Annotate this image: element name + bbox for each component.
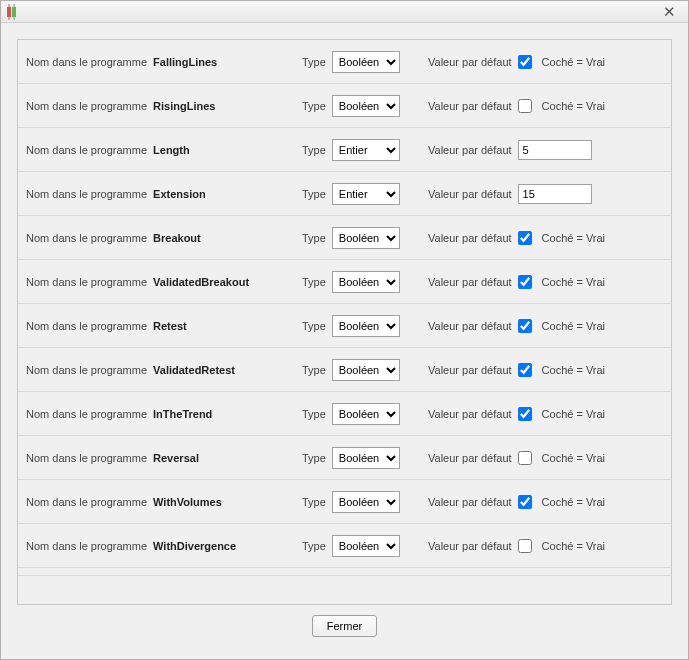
type-select[interactable]: BooléenEntier: [332, 227, 400, 249]
col-type: TypeBooléenEntier: [302, 183, 422, 205]
label-type: Type: [302, 364, 326, 376]
col-type: TypeBooléenEntier: [302, 403, 422, 425]
parameter-row: Nom dans le programmeValidatedRetestType…: [18, 348, 671, 392]
parameter-row: Nom dans le programmeInTheTrendTypeBoolé…: [18, 392, 671, 436]
default-checkbox[interactable]: [518, 539, 532, 553]
parameter-row: Nom dans le programmeFallingLinesTypeBoo…: [18, 40, 671, 84]
value-name: ValidatedRetest: [153, 364, 295, 376]
label-type: Type: [302, 188, 326, 200]
label-type: Type: [302, 100, 326, 112]
titlebar: ✕: [1, 1, 688, 23]
col-default: Valeur par défautCoché = Vrai: [428, 539, 663, 553]
col-name: Nom dans le programmeWithDivergence: [26, 540, 296, 552]
type-select[interactable]: BooléenEntier: [332, 403, 400, 425]
default-checkbox[interactable]: [518, 99, 532, 113]
label-name-in-program: Nom dans le programme: [26, 144, 147, 156]
value-name: FallingLines: [153, 56, 295, 68]
col-default: Valeur par défautCoché = Vrai: [428, 495, 663, 509]
label-type: Type: [302, 232, 326, 244]
checkbox-label: Coché = Vrai: [542, 496, 606, 508]
label-default-value: Valeur par défaut: [428, 496, 512, 508]
col-default: Valeur par défautCoché = Vrai: [428, 99, 663, 113]
close-icon: ✕: [663, 4, 676, 19]
type-select[interactable]: BooléenEntier: [332, 183, 400, 205]
checkbox-label: Coché = Vrai: [542, 320, 606, 332]
col-type: TypeBooléenEntier: [302, 315, 422, 337]
type-select[interactable]: BooléenEntier: [332, 491, 400, 513]
parameters-list: Nom dans le programmeFallingLinesTypeBoo…: [18, 40, 671, 604]
default-checkbox[interactable]: [518, 55, 532, 69]
type-select[interactable]: BooléenEntier: [332, 51, 400, 73]
type-select[interactable]: BooléenEntier: [332, 139, 400, 161]
close-button[interactable]: Fermer: [312, 615, 377, 637]
default-checkbox[interactable]: [518, 495, 532, 509]
label-default-value: Valeur par défaut: [428, 320, 512, 332]
parameter-row: Nom dans le programmeWithDivergenceTypeB…: [18, 524, 671, 568]
col-type: TypeBooléenEntier: [302, 535, 422, 557]
label-type: Type: [302, 496, 326, 508]
col-name: Nom dans le programmeLength: [26, 144, 296, 156]
app-icon: [7, 7, 16, 17]
parameter-row: Nom dans le programmeLengthTypeBooléenEn…: [18, 128, 671, 172]
col-type: TypeBooléenEntier: [302, 227, 422, 249]
parameter-row: Nom dans le programmeWithVolumesTypeBool…: [18, 480, 671, 524]
default-input[interactable]: [518, 140, 592, 160]
col-default: Valeur par défaut: [428, 184, 663, 204]
type-select[interactable]: BooléenEntier: [332, 535, 400, 557]
col-name: Nom dans le programmeBreakout: [26, 232, 296, 244]
label-default-value: Valeur par défaut: [428, 452, 512, 464]
candle-red-icon: [7, 7, 11, 17]
default-checkbox[interactable]: [518, 275, 532, 289]
content-area: Nom dans le programmeFallingLinesTypeBoo…: [1, 23, 688, 659]
label-name-in-program: Nom dans le programme: [26, 56, 147, 68]
type-select[interactable]: BooléenEntier: [332, 271, 400, 293]
candle-green-icon: [12, 7, 16, 17]
col-type: TypeBooléenEntier: [302, 139, 422, 161]
footer: Fermer: [17, 605, 672, 643]
default-checkbox[interactable]: [518, 319, 532, 333]
col-name: Nom dans le programmeValidatedRetest: [26, 364, 296, 376]
label-type: Type: [302, 320, 326, 332]
label-name-in-program: Nom dans le programme: [26, 496, 147, 508]
col-type: TypeBooléenEntier: [302, 271, 422, 293]
parameter-row: Nom dans le programmeRisingLinesTypeBool…: [18, 84, 671, 128]
type-select[interactable]: BooléenEntier: [332, 95, 400, 117]
value-name: Extension: [153, 188, 295, 200]
label-name-in-program: Nom dans le programme: [26, 100, 147, 112]
col-default: Valeur par défautCoché = Vrai: [428, 55, 663, 69]
col-name: Nom dans le programmeValidatedBreakout: [26, 276, 296, 288]
checkbox-label: Coché = Vrai: [542, 408, 606, 420]
col-default: Valeur par défautCoché = Vrai: [428, 363, 663, 377]
label-name-in-program: Nom dans le programme: [26, 232, 147, 244]
type-select[interactable]: BooléenEntier: [332, 447, 400, 469]
checkbox-label: Coché = Vrai: [542, 276, 606, 288]
label-default-value: Valeur par défaut: [428, 144, 512, 156]
col-type: TypeBooléenEntier: [302, 359, 422, 381]
default-checkbox[interactable]: [518, 407, 532, 421]
value-name: ValidatedBreakout: [153, 276, 295, 288]
label-type: Type: [302, 144, 326, 156]
label-name-in-program: Nom dans le programme: [26, 408, 147, 420]
label-default-value: Valeur par défaut: [428, 100, 512, 112]
label-name-in-program: Nom dans le programme: [26, 276, 147, 288]
col-default: Valeur par défautCoché = Vrai: [428, 231, 663, 245]
col-name: Nom dans le programmeExtension: [26, 188, 296, 200]
default-checkbox[interactable]: [518, 363, 532, 377]
value-name: Retest: [153, 320, 295, 332]
default-input[interactable]: [518, 184, 592, 204]
col-name: Nom dans le programmeWithVolumes: [26, 496, 296, 508]
checkbox-label: Coché = Vrai: [542, 56, 606, 68]
default-checkbox[interactable]: [518, 231, 532, 245]
window-close-button[interactable]: ✕: [654, 3, 684, 21]
type-select[interactable]: BooléenEntier: [332, 315, 400, 337]
label-type: Type: [302, 452, 326, 464]
type-select[interactable]: BooléenEntier: [332, 359, 400, 381]
parameters-panel: Nom dans le programmeFallingLinesTypeBoo…: [17, 39, 672, 605]
col-name: Nom dans le programmeRisingLines: [26, 100, 296, 112]
col-type: TypeBooléenEntier: [302, 447, 422, 469]
default-checkbox[interactable]: [518, 451, 532, 465]
parameter-row: Nom dans le programmeValidatedBreakoutTy…: [18, 260, 671, 304]
value-name: Breakout: [153, 232, 295, 244]
col-type: TypeBooléenEntier: [302, 51, 422, 73]
parameter-row: Nom dans le programmeReversalTypeBooléen…: [18, 436, 671, 480]
